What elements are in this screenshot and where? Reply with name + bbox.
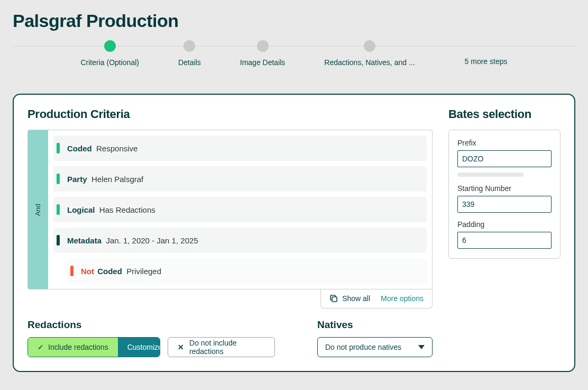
criteria-row-nested[interactable]: Not Coded Privileged <box>67 258 427 284</box>
criteria-text: Not Coded Privileged <box>81 267 161 276</box>
padding-label: Padding <box>457 220 552 229</box>
bates-box: Prefix Starting Number Padding <box>448 130 561 259</box>
more-options-link[interactable]: More options <box>381 294 424 303</box>
criteria-text: Coded Responsive <box>67 144 137 153</box>
redactions-heading: Redactions <box>27 319 275 331</box>
step-redactions-natives[interactable]: Redactions, Natives, and ... <box>324 40 415 67</box>
show-all-button[interactable]: Show all <box>329 294 370 303</box>
operator-rail[interactable]: And <box>28 130 48 289</box>
natives-select[interactable]: Do not produce natives <box>317 337 433 357</box>
starting-number-label: Starting Number <box>457 184 552 193</box>
accent-bar-icon <box>57 143 60 153</box>
redactions-segmented-control: ✓ Include redactions Customize <box>27 337 160 357</box>
check-icon: ✓ <box>38 343 44 351</box>
criteria-container: And Coded Responsive Party Helen Palsgra… <box>27 130 433 289</box>
overlap-squares-icon <box>329 294 338 303</box>
padding-input[interactable] <box>457 232 552 249</box>
criteria-row[interactable]: Metadata Jan. 1, 2020 - Jan 1, 2025 <box>53 228 427 253</box>
bates-heading: Bates selection <box>448 107 561 121</box>
accent-bar-icon <box>70 266 74 276</box>
step-label: Criteria (Optional) <box>80 58 139 67</box>
step-label: Details <box>178 58 201 67</box>
customize-redactions-button[interactable]: Customize <box>118 338 160 357</box>
natives-heading: Natives <box>317 319 433 331</box>
customize-label: Customize <box>127 343 160 351</box>
include-redactions-button[interactable]: ✓ Include redactions <box>28 338 118 357</box>
prefix-hint-bar <box>457 173 523 177</box>
criteria-row[interactable]: Party Helen Palsgraf <box>53 166 427 192</box>
criteria-row[interactable]: Logical Has Redactions <box>53 197 427 222</box>
svg-rect-1 <box>332 297 337 302</box>
criteria-rows: Coded Responsive Party Helen Palsgraf Lo… <box>48 130 432 289</box>
include-redactions-label: Include redactions <box>48 343 108 351</box>
criteria-row[interactable]: Coded Responsive <box>53 135 427 161</box>
page-title: Palsgraf Production <box>13 11 575 31</box>
step-label: Redactions, Natives, and ... <box>324 58 415 67</box>
step-label: Image Details <box>240 58 286 67</box>
step-image-details[interactable]: Image Details <box>240 40 286 67</box>
accent-bar-icon <box>57 204 60 215</box>
criteria-heading: Production Criteria <box>27 107 433 121</box>
main-panel: Production Criteria And Coded Responsive… <box>13 94 575 372</box>
step-dot-icon <box>257 40 269 52</box>
prefix-input[interactable] <box>457 150 552 167</box>
exclude-redactions-label: Do not include redactions <box>189 339 265 356</box>
show-all-label: Show all <box>342 294 370 303</box>
criteria-actions: Show all More options <box>27 289 433 309</box>
starting-number-input[interactable] <box>457 196 552 213</box>
criteria-text: Party Helen Palsgraf <box>67 175 143 184</box>
exclude-redactions-button[interactable]: ✕ Do not include redactions <box>168 337 275 357</box>
chevron-down-icon <box>418 345 425 349</box>
accent-bar-icon <box>57 174 60 184</box>
step-dot-icon <box>364 40 375 52</box>
x-icon: ✕ <box>178 343 184 351</box>
accent-bar-icon <box>57 235 60 246</box>
operator-label: And <box>34 203 42 215</box>
natives-selected-label: Do not produce natives <box>325 343 401 351</box>
criteria-text: Metadata Jan. 1, 2020 - Jan 1, 2025 <box>67 236 198 245</box>
step-details[interactable]: Details <box>178 40 201 67</box>
wizard-stepper: Criteria (Optional) Details Image Detail… <box>13 46 575 78</box>
step-criteria[interactable]: Criteria (Optional) <box>80 40 139 67</box>
criteria-text: Logical Has Redactions <box>67 205 155 214</box>
more-steps-label: 5 more steps <box>465 57 508 67</box>
step-dot-icon <box>183 40 195 52</box>
prefix-label: Prefix <box>457 139 552 147</box>
step-dot-icon <box>104 40 116 52</box>
